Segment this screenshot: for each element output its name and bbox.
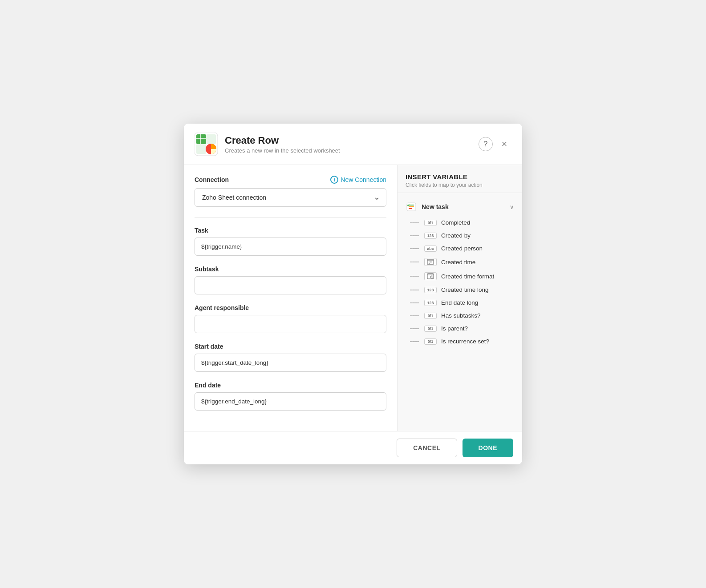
svg-rect-16 [429,263,430,264]
svg-rect-2 [206,134,216,144]
end-date-label: End date [195,382,386,389]
new-connection-link[interactable]: + New Connection [330,176,386,184]
variable-item[interactable]: 0/1 Is recurrence set? [398,335,522,348]
new-task-icon [406,201,417,212]
svg-rect-14 [430,262,431,262]
variable-item[interactable]: 0/1 Has subtasks? [398,309,522,322]
divider [195,217,386,218]
variable-item[interactable]: abc Created person [398,242,522,255]
var-badge [424,272,437,280]
start-date-input[interactable] [195,354,386,372]
agent-label: Agent responsible [195,304,386,311]
task-group: Task [195,227,386,256]
var-item-name: Completed [441,219,514,226]
var-badge: abc [424,246,437,252]
var-badge: 123 [424,300,437,306]
var-item-name: Created time format [441,273,514,280]
header-subtitle: Creates a new row in the selected worksh… [225,147,471,154]
subtask-group: Subtask [195,266,386,294]
right-panel: INSERT VARIABLE Click fields to map to y… [398,165,522,431]
modal-header: Create Row Creates a new row in the sele… [184,124,522,165]
variable-item[interactable]: 123 Created by [398,229,522,242]
var-badge: 0/1 [424,326,437,332]
done-button[interactable]: DONE [463,439,513,457]
insert-variable-title: INSERT VARIABLE [406,173,514,181]
insert-variable-subtitle: Click fields to map to your action [406,182,514,188]
connection-label: Connection [195,176,229,183]
left-panel: Connection + New Connection Zoho Sheet c… [184,165,398,431]
var-badge: 0/1 [424,220,437,226]
var-item-name: Created by [441,232,514,239]
connection-header: Connection + New Connection [195,176,386,184]
var-item-name: Created time [441,259,514,266]
connection-select[interactable]: Zoho Sheet connection [195,188,386,207]
header-text: Create Row Creates a new row in the sele… [225,135,471,154]
plus-circle-icon: + [330,176,338,184]
close-button[interactable]: × [497,137,511,151]
task-input[interactable] [195,238,386,256]
help-button[interactable]: ? [479,137,493,151]
subtask-input[interactable] [195,276,386,294]
start-date-label: Start date [195,343,386,350]
connector [410,315,420,316]
variable-item[interactable]: 0/1 Completed [398,216,522,229]
connector [410,235,420,236]
app-icon [195,133,218,156]
insert-variable-header: INSERT VARIABLE Click fields to map to y… [398,165,522,193]
var-section-header[interactable]: New task ∨ [398,197,522,216]
new-connection-text: New Connection [341,176,386,183]
var-item-name: End date long [441,299,514,306]
connector [410,328,420,329]
var-item-name: Created person [441,245,514,252]
svg-rect-15 [431,262,432,262]
variable-item[interactable]: Created time format [398,269,522,283]
connector [410,302,420,303]
var-section-name: New task [422,203,449,210]
var-badge: 123 [424,287,437,293]
var-badge [424,258,437,266]
svg-rect-1 [196,134,206,144]
var-item-name: Is parent? [441,325,514,332]
var-item-name: Created time long [441,286,514,293]
connector [410,341,420,342]
task-label: Task [195,227,386,234]
agent-group: Agent responsible [195,304,386,333]
var-item-name: Is recurrence set? [441,338,514,345]
connector [410,276,420,277]
end-date-group: End date [195,382,386,411]
start-date-group: Start date [195,343,386,372]
connector [410,222,420,223]
var-item-name: Has subtasks? [441,312,514,319]
var-badge: 0/1 [424,313,437,319]
connector [410,248,420,249]
chevron-down-icon: ∨ [510,204,514,210]
agent-input[interactable] [195,315,386,333]
connection-section: Connection + New Connection Zoho Sheet c… [195,176,386,207]
svg-rect-13 [429,262,430,262]
variable-item[interactable]: 123 Created time long [398,283,522,296]
svg-rect-3 [196,144,206,154]
variable-item[interactable]: Created time [398,255,522,269]
end-date-input[interactable] [195,392,386,411]
header-title: Create Row [225,135,471,146]
connection-select-wrapper: Zoho Sheet connection [195,188,386,207]
header-actions: ? × [479,137,511,151]
task-icon-wrap [406,201,417,213]
var-badge: 0/1 [424,338,437,345]
variable-item[interactable]: 123 End date long [398,296,522,309]
var-badge: 123 [424,233,437,239]
var-section-left: New task [406,201,449,213]
variable-list: New task ∨ 0/1 Completed 123 Created by … [398,193,522,431]
connector [410,262,420,262]
modal-dialog: Create Row Creates a new row in the sele… [184,124,522,464]
variable-item[interactable]: 0/1 Is parent? [398,322,522,335]
connector [410,290,420,290]
subtask-label: Subtask [195,266,386,273]
modal-body: Connection + New Connection Zoho Sheet c… [184,165,522,431]
cancel-button[interactable]: CANCEL [397,439,457,457]
modal-footer: CANCEL DONE [184,431,522,464]
variable-items-container: 0/1 Completed 123 Created by abc Created… [398,216,522,348]
